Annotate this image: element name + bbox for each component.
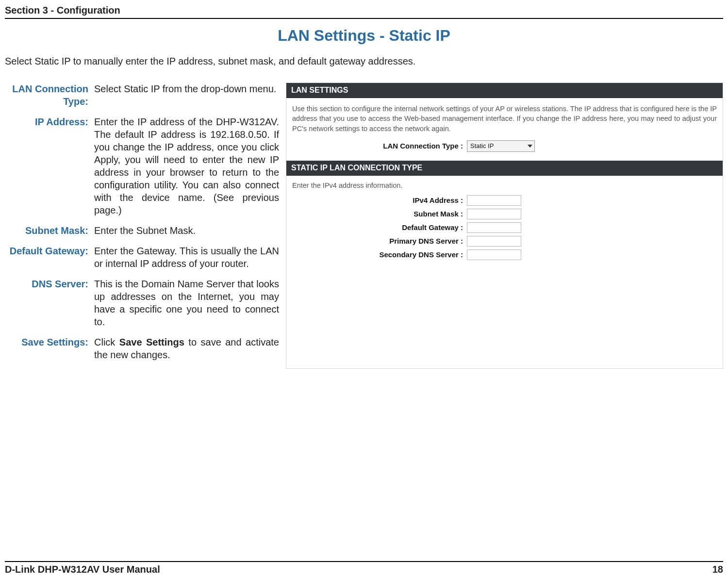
def-label: Subnet Mask: — [5, 224, 88, 237]
static-ip-desc: Enter the IPv4 address information. — [292, 182, 717, 189]
intro-text: Select Static IP to manually enter the I… — [5, 56, 723, 67]
pdns-label: Primary DNS Server : — [292, 237, 467, 245]
ipv4-row: IPv4 Address : — [292, 195, 717, 206]
ipv4-input[interactable] — [467, 195, 521, 206]
lan-conn-type-label: LAN Connection Type : — [292, 142, 467, 150]
ipv4-label: IPv4 Address : — [292, 196, 467, 204]
sdns-input[interactable] — [467, 249, 521, 260]
gateway-row: Default Gateway : — [292, 222, 717, 233]
lan-conn-type-value: Static IP — [470, 142, 494, 149]
def-save: Save Settings: Click Save Settings to sa… — [5, 336, 279, 361]
content-area: LAN Connection Type: Select Static IP fr… — [5, 83, 723, 369]
static-ip-panel-title: STATIC IP LAN CONNECTION TYPE — [286, 161, 723, 176]
subnet-input[interactable] — [467, 209, 521, 219]
def-dns: DNS Server: This is the Domain Name Serv… — [5, 278, 279, 328]
def-body: This is the Domain Name Server that look… — [94, 278, 279, 328]
lan-settings-panel-body: Use this section to configure the intern… — [286, 98, 723, 161]
def-body: Enter the Gateway. This is usually the L… — [94, 245, 279, 270]
subnet-label: Subnet Mask : — [292, 210, 467, 218]
subnet-row: Subnet Mask : — [292, 209, 717, 219]
sdns-row: Secondary DNS Server : — [292, 249, 717, 260]
gateway-input[interactable] — [467, 222, 521, 233]
static-ip-panel-body: Enter the IPv4 address information. IPv4… — [286, 176, 723, 269]
lan-conn-type-row: LAN Connection Type : Static IP — [292, 140, 717, 152]
page-title: LAN Settings - Static IP — [0, 27, 728, 45]
lan-conn-type-select[interactable]: Static IP — [467, 140, 535, 152]
def-body: Select Static IP from the drop-down menu… — [94, 83, 279, 108]
def-label: Save Settings: — [5, 336, 88, 361]
definitions-column: LAN Connection Type: Select Static IP fr… — [5, 83, 279, 369]
def-body-bold: Save Settings — [119, 337, 184, 347]
def-body-pre: Click — [94, 337, 119, 347]
def-gateway: Default Gateway: Enter the Gateway. This… — [5, 245, 279, 270]
def-ip: IP Address: Enter the IP address of the … — [5, 116, 279, 216]
gateway-label: Default Gateway : — [292, 223, 467, 232]
def-body: Enter the Subnet Mask. — [94, 224, 279, 237]
ui-screenshot: LAN SETTINGS Use this section to configu… — [286, 83, 723, 369]
def-label: LAN Connection Type: — [5, 83, 88, 108]
def-label: IP Address: — [5, 116, 88, 216]
def-label: Default Gateway: — [5, 245, 88, 270]
def-subnet: Subnet Mask: Enter the Subnet Mask. — [5, 224, 279, 237]
footer-page-number: 18 — [712, 564, 723, 575]
def-body: Enter the IP address of the DHP-W312AV. … — [94, 116, 279, 216]
section-header: Section 3 - Configuration — [5, 5, 723, 19]
lan-settings-panel-title: LAN SETTINGS — [286, 83, 723, 98]
def-lan-type: LAN Connection Type: Select Static IP fr… — [5, 83, 279, 108]
footer-left: D-Link DHP-W312AV User Manual — [5, 564, 160, 575]
def-label: DNS Server: — [5, 278, 88, 328]
chevron-down-icon — [528, 145, 532, 148]
def-body: Click Save Settings to save and activate… — [94, 336, 279, 361]
page-footer: D-Link DHP-W312AV User Manual 18 — [5, 561, 723, 575]
lan-settings-desc: Use this section to configure the intern… — [292, 104, 717, 133]
pdns-row: Primary DNS Server : — [292, 236, 717, 247]
pdns-input[interactable] — [467, 236, 521, 247]
sdns-label: Secondary DNS Server : — [292, 250, 467, 259]
